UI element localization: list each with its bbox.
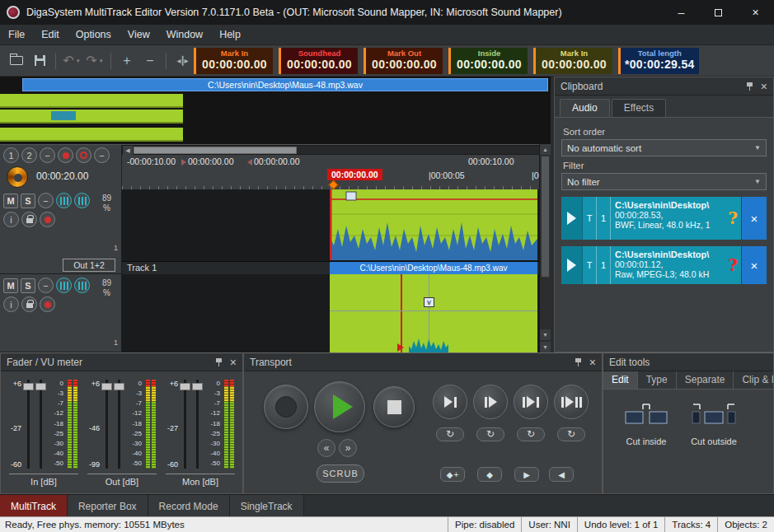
fader-thumb[interactable] <box>114 383 124 390</box>
track-name[interactable]: Track 1 <box>127 263 157 273</box>
cut-outside-button[interactable]: Cut outside <box>683 401 745 472</box>
tab-clip-in[interactable]: Clip & In <box>734 371 773 389</box>
overview-clip-segment[interactable] <box>51 111 76 120</box>
lock-button[interactable] <box>21 212 37 227</box>
mute-button[interactable]: M <box>3 278 18 293</box>
play-button[interactable] <box>314 381 365 432</box>
tab-effects[interactable]: Effects <box>612 99 666 117</box>
minimize-track-button[interactable]: − <box>38 278 54 293</box>
clipboard-item[interactable]: T 1 C:\Users\nin\Desktop\ 00:00:01.12, R… <box>561 246 767 284</box>
cut-inside-button[interactable]: Cut inside <box>615 401 678 472</box>
snap-button[interactable]: ◂┃▸ <box>171 50 194 72</box>
tab-type[interactable]: Type <box>638 371 677 389</box>
play-from-cursor-button[interactable] <box>473 385 508 419</box>
clipboard-item[interactable]: T 1 C:\Users\nin\Desktop\ 00:00:28.53, B… <box>561 197 767 240</box>
info-button[interactable]: i <box>3 296 19 312</box>
play-to-cursor-button[interactable] <box>433 385 467 419</box>
record-arm-button[interactable] <box>40 296 55 312</box>
overview-track-row[interactable] <box>0 110 183 124</box>
pin-icon[interactable] <box>215 357 223 366</box>
collapse-tracks-button[interactable]: − <box>40 147 55 163</box>
close-panel-icon[interactable]: × <box>761 81 767 92</box>
pin-icon[interactable] <box>575 357 582 366</box>
play-clip-button[interactable] <box>554 385 589 419</box>
redo-button[interactable]: ↷▼ <box>83 50 106 72</box>
remove-clip-button[interactable]: × <box>742 246 767 284</box>
remove-clip-button[interactable]: × <box>742 197 767 240</box>
solo-button[interactable]: S <box>21 278 35 293</box>
minimize-track-button[interactable]: − <box>38 193 54 208</box>
fader-slider[interactable] <box>114 380 124 469</box>
prev-marker-button[interactable]: ◀ <box>549 467 574 482</box>
tab-multitrack[interactable]: MultiTrack <box>0 495 68 517</box>
group-1-button[interactable]: 1 <box>3 147 19 163</box>
scroll-thumb[interactable] <box>134 147 297 154</box>
audio-clip[interactable] <box>330 189 537 260</box>
tab-audio[interactable]: Audio <box>560 99 610 117</box>
track-1-lane[interactable]: Track 1 C:\Users\nin\Desktop\Maus-48.mp3… <box>122 189 539 274</box>
output-selector[interactable]: Out 1+2 <box>63 259 115 272</box>
pin-icon[interactable] <box>746 82 753 91</box>
play-between-marks-button[interactable] <box>514 385 548 419</box>
group-2-button[interactable]: 2 <box>21 147 37 163</box>
skip-forward-button[interactable]: » <box>339 439 357 457</box>
loop-button[interactable]: ↻ <box>557 427 585 441</box>
fader-slider[interactable] <box>101 380 112 469</box>
timeline-ruler-row-2[interactable]: 00:00:00.00 |00:00:05 |00: <box>122 168 551 190</box>
lock-button[interactable] <box>21 296 37 312</box>
scroll-up-arrow[interactable]: ▲ <box>540 144 551 155</box>
fader-slider[interactable] <box>35 380 46 469</box>
fader-thumb[interactable] <box>23 383 34 390</box>
loop-button[interactable]: ↻ <box>517 427 545 441</box>
maximize-button[interactable] <box>700 0 737 25</box>
play-clip-button[interactable] <box>561 197 583 240</box>
mute-button[interactable]: M <box>3 194 18 208</box>
close-panel-icon[interactable]: × <box>589 357 596 368</box>
next-marker-button[interactable]: ▶ <box>514 467 539 482</box>
vertical-scrollbar[interactable]: ▲ ▼ ▼ <box>539 144 551 352</box>
menu-options[interactable]: Options <box>68 26 120 44</box>
fader-thumb[interactable] <box>180 383 190 390</box>
open-button[interactable] <box>5 50 28 72</box>
fader-slider[interactable] <box>23 380 34 469</box>
tab-reporter-box[interactable]: Reporter Box <box>68 495 148 517</box>
fader-thumb[interactable] <box>192 383 203 390</box>
fader-slider[interactable] <box>180 380 190 469</box>
loop-button[interactable]: ↻ <box>476 427 504 441</box>
meter-mode-button[interactable] <box>56 193 72 208</box>
close-button[interactable]: × <box>737 0 774 25</box>
record-button[interactable] <box>264 385 308 429</box>
menu-window[interactable]: Window <box>158 26 211 44</box>
tab-singletrack[interactable]: SingleTrack <box>230 495 304 517</box>
tab-edit[interactable]: Edit <box>603 371 638 389</box>
info-button[interactable]: i <box>3 212 19 227</box>
remove-group-button[interactable]: − <box>94 147 110 163</box>
clip-marker[interactable]: v <box>424 297 434 307</box>
punch-indicator-button[interactable] <box>76 147 91 163</box>
scroll-down-arrow[interactable]: ▼ <box>540 329 551 340</box>
menu-view[interactable]: View <box>120 26 158 44</box>
fader-thumb[interactable] <box>35 383 46 390</box>
scroll-down-arrow[interactable]: ▼ <box>540 342 551 352</box>
loop-button[interactable]: ↻ <box>436 427 464 441</box>
add-marker-button[interactable]: ◆+ <box>440 467 465 482</box>
clip-title-bar[interactable]: C:\Users\nin\Desktop\Maus-48.mp3.wav <box>330 262 537 274</box>
filter-select[interactable]: No filter ▼ <box>561 173 767 190</box>
minimize-button[interactable]: – <box>663 0 700 25</box>
meter-mode-button[interactable] <box>56 278 72 293</box>
meter-mode-2-button[interactable] <box>74 193 90 208</box>
track-2-lane[interactable]: v <box>122 274 539 352</box>
scroll-thumb[interactable] <box>541 156 550 278</box>
zoom-in-button[interactable]: + <box>115 50 138 72</box>
sort-order-select[interactable]: No automatic sort ▼ <box>561 139 767 156</box>
overview-track-row[interactable] <box>0 128 183 142</box>
undo-button[interactable]: ↶▼ <box>60 50 83 72</box>
play-clip-button[interactable] <box>561 246 583 284</box>
scrub-button[interactable]: SCRUB <box>317 464 364 483</box>
overview-area[interactable]: C:\Users\nin\Desktop\Maus-48.mp3.wav <box>0 77 551 144</box>
record-indicator-button[interactable] <box>58 147 73 163</box>
close-panel-icon[interactable]: × <box>230 357 237 368</box>
meter-mode-2-button[interactable] <box>74 278 90 293</box>
record-arm-button[interactable] <box>40 212 55 227</box>
menu-help[interactable]: Help <box>211 26 249 44</box>
